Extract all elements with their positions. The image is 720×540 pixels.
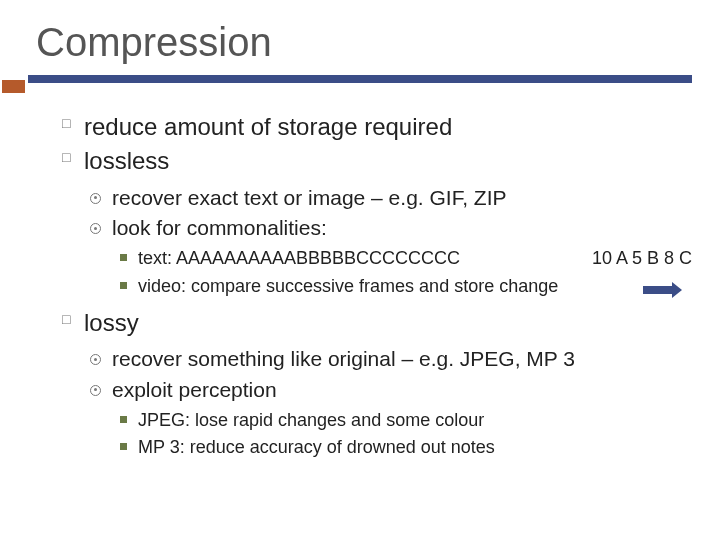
bullet-text: reduce amount of storage required [84,113,452,140]
title-rule [28,75,692,83]
bullet-text: exploit perception [112,378,277,401]
bullet-l3: video: compare successive frames and sto… [112,274,692,299]
bullet-text: lossy [84,309,139,336]
bullet-text-right: 10 A 5 B 8 C [562,246,692,271]
bullet-sub-sublist: JPEG: lose rapid changes and some colour… [112,408,692,460]
bullet-l2: recover something like original – e.g. J… [84,345,692,373]
bullet-l3: MP 3: reduce accuracy of drowned out not… [112,435,692,460]
bullet-l3: JPEG: lose rapid changes and some colour [112,408,692,433]
bullet-l2: look for commonalities: text: AAAAAAAAAA… [84,214,692,299]
bullet-text-left: text: AAAAAAAAAABBBBBCCCCCCCC [138,246,460,271]
bullet-sublist: recover exact text or image – e.g. GIF, … [84,184,692,299]
bullet-l1: reduce amount of storage required [62,111,692,143]
bullet-l1: lossless recover exact text or image – e… [62,145,692,298]
bullet-l2: exploit perception JPEG: lose rapid chan… [84,376,692,461]
bullet-text: recover exact text or image – e.g. GIF, … [112,186,507,209]
bullet-text: video: compare successive frames and sto… [138,276,558,296]
bullet-l2: recover exact text or image – e.g. GIF, … [84,184,692,212]
bullet-l1: lossy recover something like original – … [62,307,692,460]
bullet-text: JPEG: lose rapid changes and some colour [138,410,484,430]
bullet-text: recover something like original – e.g. J… [112,347,575,370]
bullet-text: look for commonalities: [112,216,327,239]
accent-tick [2,80,25,93]
slide-title: Compression [36,20,692,65]
arrow-icon [643,277,682,302]
slide: Compression reduce amount of storage req… [0,0,720,540]
slide-content: reduce amount of storage required lossle… [28,101,692,460]
bullet-sub-sublist: text: AAAAAAAAAABBBBBCCCCCCCC 10 A 5 B 8… [112,246,692,298]
bullet-l3: text: AAAAAAAAAABBBBBCCCCCCCC 10 A 5 B 8… [112,246,692,271]
bullet-sublist: recover something like original – e.g. J… [84,345,692,460]
bullet-text: lossless [84,147,169,174]
bullet-list: reduce amount of storage required lossle… [62,111,692,460]
bullet-text: MP 3: reduce accuracy of drowned out not… [138,437,495,457]
